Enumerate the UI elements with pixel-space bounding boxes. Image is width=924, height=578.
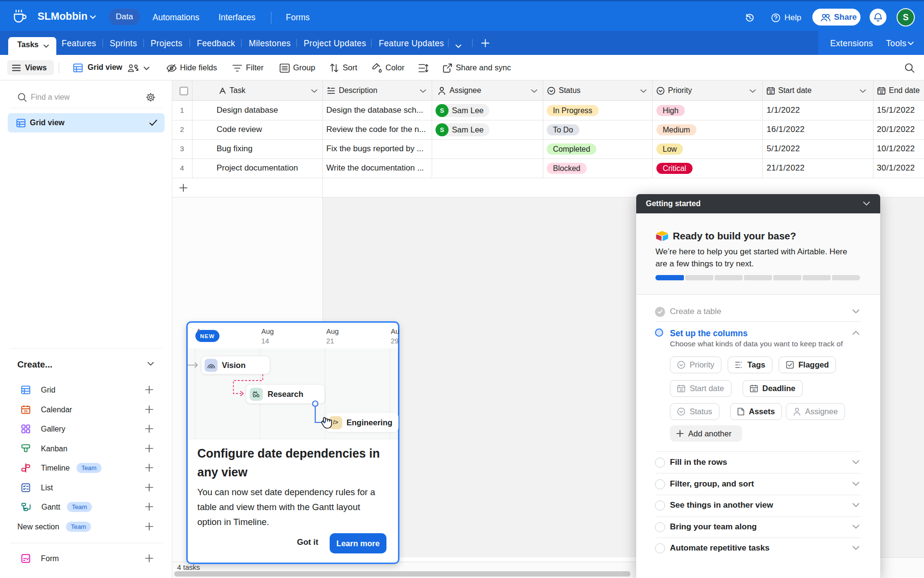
svg-text:31: 31 — [24, 409, 28, 413]
svg-text:31: 31 — [680, 388, 683, 392]
svg-text:31: 31 — [752, 388, 756, 392]
svg-text:31: 31 — [880, 91, 884, 94]
svg-text:31: 31 — [769, 91, 773, 94]
